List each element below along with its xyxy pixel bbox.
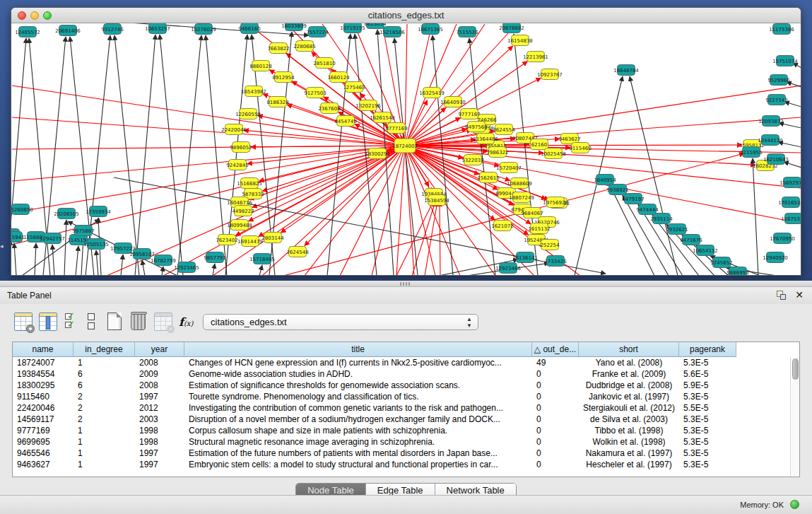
- citation-edge[interactable]: [52, 245, 54, 276]
- node-table: namein_degreeyeartitle△ out_de...shortpa…: [12, 341, 800, 477]
- table-row[interactable]: 946362711997Embryonic stem cells: a mode…: [13, 459, 792, 470]
- citation-edge[interactable]: [12, 146, 405, 181]
- cell-in_degree: 2: [73, 402, 135, 414]
- citation-edge[interactable]: [96, 250, 98, 276]
- row-options-button[interactable]: [83, 313, 99, 331]
- citation-edge[interactable]: [286, 53, 405, 146]
- table-row[interactable]: 946554611997Estimation of the future num…: [13, 448, 792, 459]
- cell-short: Jankovic et al. (1997): [579, 391, 679, 402]
- citation-edge[interactable]: [405, 24, 457, 146]
- citation-edge[interactable]: [327, 34, 351, 276]
- citation-edge[interactable]: [12, 146, 405, 245]
- cell-pagerank: 5.3E-5: [679, 357, 736, 368]
- float-panel-icon[interactable]: [777, 291, 787, 300]
- function-builder-button[interactable]: f(x): [179, 315, 193, 329]
- graph-node-label: 15692971: [779, 180, 801, 186]
- memory-ok-indicator[interactable]: [790, 500, 799, 509]
- graph-node-label: 16543982: [241, 89, 266, 95]
- network-window[interactable]: citations_edges.txt 1240557220691406931: [11, 7, 801, 276]
- citation-edge[interactable]: [14, 243, 16, 276]
- citation-edge[interactable]: [12, 146, 405, 213]
- citation-edge[interactable]: [630, 76, 678, 276]
- window-titlebar[interactable]: citations_edges.txt: [11, 8, 801, 23]
- citation-edge[interactable]: [121, 255, 123, 276]
- table-row[interactable]: 1830029562008Estimation of significance …: [13, 380, 792, 391]
- citation-edge[interactable]: [259, 146, 405, 237]
- column-header-pagerank[interactable]: pagerank: [679, 342, 736, 357]
- cell-title: Genome-wide association studies in ADHD.: [184, 368, 532, 380]
- vertical-scrollbar[interactable]: [790, 357, 799, 477]
- table-row[interactable]: 969969511998Structural magnetic resonanc…: [13, 436, 792, 448]
- citation-edge[interactable]: [251, 146, 405, 147]
- show-columns-button[interactable]: [39, 313, 57, 331]
- table-row[interactable]: 2242004622012Investigating the contribut…: [13, 402, 792, 414]
- dropdown-value: citations_edges.txt: [211, 317, 287, 327]
- citation-edge[interactable]: [64, 220, 66, 276]
- graph-node-label: 12940920: [763, 255, 788, 261]
- citation-edge[interactable]: [753, 158, 758, 276]
- cell-title: Estimation of significance thresholds fo…: [184, 380, 532, 391]
- table-row[interactable]: 1872400712008Changes of HCN gene express…: [13, 357, 792, 368]
- table-row[interactable]: 911546021997Tourette syndrome. Phenomeno…: [13, 391, 792, 402]
- splitter-collapse-icon[interactable]: ◂: [0, 241, 6, 251]
- citation-edge[interactable]: [213, 264, 215, 276]
- graph-node-label: 9975887: [72, 228, 94, 234]
- divider-grip-icon[interactable]: [400, 282, 410, 286]
- graph-node-label: 15276029: [191, 27, 216, 33]
- citation-edge[interactable]: [35, 243, 36, 276]
- graph-node-label: 1640954: [594, 177, 616, 183]
- new-table-button[interactable]: [106, 313, 124, 331]
- citation-edge[interactable]: [396, 146, 405, 276]
- column-header-out_de[interactable]: △ out_de...: [532, 342, 579, 357]
- graph-node-label: 12942757: [40, 236, 65, 242]
- graph-node-label: 4498222: [232, 209, 254, 214]
- scrollbar-thumb[interactable]: [792, 358, 799, 380]
- graph-node-label: 18807249: [509, 195, 534, 201]
- column-header-in_degree[interactable]: in_degree: [73, 342, 135, 357]
- graph-node-label: 9529966: [767, 78, 790, 83]
- column-header-short[interactable]: short: [579, 342, 679, 357]
- split-divider[interactable]: [0, 281, 812, 287]
- graph-node-label: 16914479: [237, 239, 263, 245]
- citation-edge[interactable]: [142, 260, 145, 276]
- table-settings-button[interactable]: [14, 313, 33, 331]
- column-header-name[interactable]: name: [13, 342, 73, 357]
- table-row[interactable]: 977716911998Corpus callosum shape and si…: [13, 425, 792, 436]
- graph-node-label: 7663822: [267, 46, 289, 52]
- graph-node-label: 2367608: [318, 106, 340, 112]
- select-all-button[interactable]: ✓ ✓: [65, 313, 79, 331]
- citation-edge[interactable]: [259, 265, 262, 276]
- graph-node-label: 9127503: [304, 90, 326, 96]
- citation-edge[interactable]: [440, 201, 440, 276]
- citation-edge[interactable]: [412, 201, 435, 276]
- graph-node-label: 11175386: [769, 27, 794, 33]
- column-header-title[interactable]: title: [184, 342, 532, 357]
- table-source-dropdown[interactable]: citations_edges.txt ▲▼: [203, 314, 478, 330]
- cell-short: Wolkin et al. (1998): [579, 436, 679, 448]
- graph-node-label: 12093872: [758, 119, 784, 124]
- table-row[interactable]: 1938455462009Genome-wide association stu…: [13, 368, 792, 380]
- citation-edge[interactable]: [76, 246, 78, 276]
- citation-edge[interactable]: [114, 35, 139, 276]
- delete-column-button[interactable]: [129, 313, 148, 331]
- citation-edge[interactable]: [784, 162, 801, 168]
- cell-pagerank: 5.9E-5: [679, 380, 736, 391]
- graph-node-label: 2851810: [313, 61, 335, 66]
- citation-network-graph[interactable]: 1240557220691406931274610653257152760299…: [11, 23, 801, 276]
- cell-year: 2012: [135, 402, 184, 414]
- graph-node-label: 8912954: [272, 75, 295, 81]
- citation-edge[interactable]: [135, 35, 155, 276]
- table-row[interactable]: 1456911722003Disruption of a novel membe…: [13, 414, 792, 425]
- citation-edge[interactable]: [160, 35, 183, 276]
- column-header-year[interactable]: year: [135, 342, 184, 357]
- stepper-icon: ▲▼: [466, 316, 472, 329]
- citation-edge[interactable]: [305, 146, 405, 246]
- citation-edge[interactable]: [340, 146, 405, 276]
- graph-node-label: 16325419: [419, 90, 445, 96]
- close-panel-icon[interactable]: ✕: [795, 289, 804, 300]
- citation-edge[interactable]: [305, 146, 405, 276]
- network-canvas[interactable]: 1240557220691406931274610653257152760299…: [11, 23, 801, 275]
- citation-edge[interactable]: [405, 24, 432, 146]
- graph-node-label: 10923767: [537, 72, 563, 78]
- memory-status-label: Memory: OK: [740, 501, 784, 509]
